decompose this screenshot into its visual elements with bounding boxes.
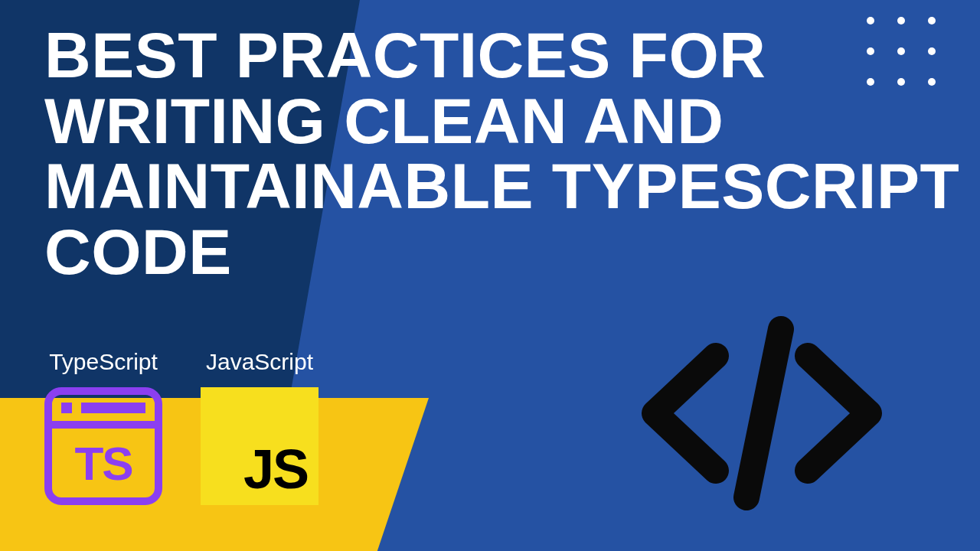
javascript-col: JavaScript JS xyxy=(201,349,318,505)
dot-grid-icon xyxy=(867,17,937,87)
ts-logo-header xyxy=(52,395,155,429)
language-row: TypeScript TS JavaScript JS xyxy=(44,349,318,505)
code-icon xyxy=(632,314,892,513)
svg-line-0 xyxy=(746,329,781,497)
typescript-label: TypeScript xyxy=(49,349,158,375)
headline-text: BEST PRACTICES FOR WRITING CLEAN AND MAI… xyxy=(44,23,980,285)
ts-logo-text: TS xyxy=(52,429,155,497)
javascript-label: JavaScript xyxy=(206,349,313,375)
typescript-col: TypeScript TS xyxy=(44,349,162,505)
banner-canvas: BEST PRACTICES FOR WRITING CLEAN AND MAI… xyxy=(0,0,980,551)
javascript-logo-icon: JS xyxy=(201,387,318,505)
js-logo-text: JS xyxy=(243,438,308,500)
typescript-logo-icon: TS xyxy=(44,387,162,505)
